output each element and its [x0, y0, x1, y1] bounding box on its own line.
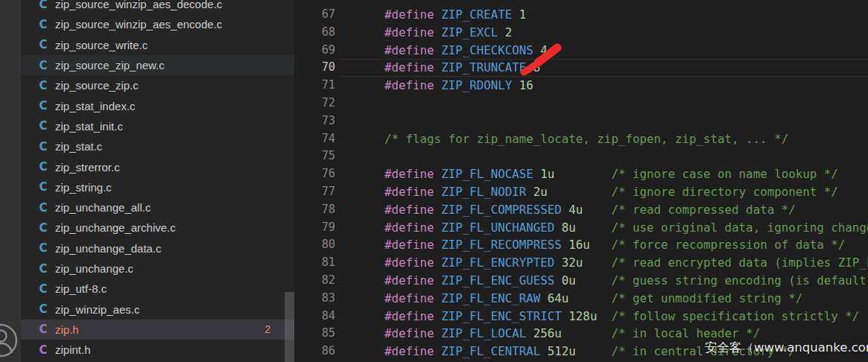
line-number: 83 [294, 290, 335, 308]
line-number: 79 [294, 219, 335, 237]
c-source-file-icon: C [37, 181, 49, 193]
code-line-77[interactable]: 77 #define ZIP_FL_NODIR 2u /* ignore dir… [294, 183, 868, 201]
c-source-file-icon: C [37, 202, 49, 214]
line-text [340, 112, 868, 130]
line-text: #define ZIP_RDONLY 16 [340, 77, 868, 95]
code-line-75[interactable]: 75 [294, 147, 868, 165]
file-tree-item-zip.h[interactable]: Czip.h2 [21, 320, 294, 340]
line-text: #define ZIP_CHECKCONS 4 [340, 42, 868, 60]
c-source-file-icon: C [37, 39, 49, 51]
c-source-file-icon: C [37, 303, 49, 315]
file-name-label: zip_source_zip_new.c [55, 59, 165, 72]
file-name-label: zip.h [55, 323, 79, 336]
accounts-icon[interactable] [0, 322, 19, 359]
line-text [340, 147, 868, 165]
file-name-label: zipint.h [55, 343, 91, 356]
file-tree-item-zip_utf-8.c[interactable]: Czip_utf-8.c [21, 279, 294, 299]
file-tree-item-zip_stat.c[interactable]: Czip_stat.c [21, 136, 294, 156]
line-text: #define ZIP_EXCL 2 [340, 24, 868, 42]
file-tree-item-zipint.h[interactable]: Czipint.h [21, 340, 294, 360]
file-tree-item-zip_source_winzip_aes_encode.c[interactable]: Czip_source_winzip_aes_encode.c [21, 14, 294, 34]
line-text: #define ZIP_FL_ENCRYPTED 32u /* read enc… [340, 254, 868, 272]
file-tree-item-zip_stat_index.c[interactable]: Czip_stat_index.c [21, 95, 294, 115]
code-line-73[interactable]: 73 [294, 112, 868, 130]
c-header-file-icon: C [37, 344, 49, 356]
file-tree-item-zip_strerror.c[interactable]: Czip_strerror.c [21, 156, 294, 177]
line-text: #define ZIP_FL_ENC_GUESS 0u /* guess str… [340, 272, 868, 290]
line-text: #define ZIP_FL_ENC_STRICT 128u /* follow… [340, 308, 868, 326]
file-tree-item-zip_string.c[interactable]: Czip_string.c [21, 177, 294, 197]
file-name-label: zip_source_zip.c [55, 79, 139, 92]
line-number: 74 [294, 130, 335, 148]
file-name-label: zip_winzip_aes.c [55, 303, 139, 316]
line-text: /* flags for zip_name_locate, zip_fopen,… [340, 130, 868, 148]
line-number: 76 [294, 165, 335, 183]
c-source-file-icon: C [37, 0, 49, 10]
code-line-80[interactable]: 80 #define ZIP_FL_RECOMPRESS 16u /* forc… [294, 236, 868, 254]
line-text [340, 0, 868, 6]
line-number: 86 [294, 343, 335, 361]
line-number: 85 [294, 325, 335, 343]
code-line-82[interactable]: 82 #define ZIP_FL_ENC_GUESS 0u /* guess … [294, 272, 868, 290]
file-tree-item-zip_unchange.c[interactable]: Czip_unchange.c [21, 258, 294, 279]
line-number: 68 [294, 24, 335, 42]
file-tree-item-zip_unchange_all.c[interactable]: Czip_unchange_all.c [21, 197, 294, 217]
line-text: #define ZIP_FL_ENC_RAW 64u /* get unmodi… [340, 290, 868, 308]
c-header-file-icon: C [37, 323, 49, 335]
file-name-label: zip_unchange_archive.c [55, 221, 176, 234]
code-line-78[interactable]: 78 #define ZIP_FL_COMPRESSED 4u /* read … [294, 201, 868, 219]
line-number: 77 [294, 183, 335, 201]
c-source-file-icon: C [37, 222, 49, 234]
file-tree-item-zip_winzip_aes.c[interactable]: Czip_winzip_aes.c [21, 299, 294, 319]
file-tree-item-zip_unchange_archive.c[interactable]: Czip_unchange_archive.c [21, 217, 294, 238]
file-tree-item-zip_source_write.c[interactable]: Czip_source_write.c [21, 35, 294, 55]
file-tree: Czip_source_winzip_aes_decode.cCzip_sour… [21, 0, 294, 360]
code-line-66[interactable]: 66 [294, 0, 868, 6]
file-name-label: zip_unchange_all.c [55, 201, 151, 214]
line-number: 84 [294, 308, 335, 326]
c-source-file-icon: C [37, 19, 49, 31]
file-tree-item-zip_source_zip_new.c[interactable]: Czip_source_zip_new.c [21, 55, 294, 75]
code-line-68[interactable]: 68 #define ZIP_EXCL 2 [294, 24, 868, 42]
code-line-67[interactable]: 67 #define ZIP_CREATE 1 [294, 6, 868, 24]
line-number: 82 [294, 272, 335, 290]
code-line-84[interactable]: 84 #define ZIP_FL_ENC_STRICT 128u /* fol… [294, 308, 868, 326]
activity-bar [0, 0, 21, 362]
code-line-79[interactable]: 79 #define ZIP_FL_UNCHANGED 8u /* use or… [294, 219, 868, 237]
line-text: #define ZIP_TRUNCATE 8 [340, 59, 868, 77]
c-source-file-icon: C [37, 120, 49, 132]
file-name-label: zip_source_winzip_aes_encode.c [55, 18, 222, 31]
vscode-window: Czip_source_winzip_aes_decode.cCzip_sour… [0, 0, 868, 362]
code-editor[interactable]: 6667 #define ZIP_CREATE 168 #define ZIP_… [294, 0, 868, 362]
line-number: 72 [294, 95, 335, 112]
code-line-70[interactable]: 70 #define ZIP_TRUNCATE 8 [294, 59, 868, 77]
file-tree-item-zip_unchange_data.c[interactable]: Czip_unchange_data.c [21, 238, 294, 258]
code-lines: 6667 #define ZIP_CREATE 168 #define ZIP_… [294, 0, 868, 361]
line-number: 71 [294, 77, 335, 95]
line-number: 78 [294, 201, 335, 219]
code-line-74[interactable]: 74 /* flags for zip_name_locate, zip_fop… [294, 130, 868, 148]
code-line-76[interactable]: 76 #define ZIP_FL_NOCASE 1u /* ignore ca… [294, 165, 868, 183]
line-text [340, 95, 868, 112]
code-line-83[interactable]: 83 #define ZIP_FL_ENC_RAW 64u /* get unm… [294, 290, 868, 308]
file-name-label: zip_string.c [55, 181, 112, 194]
file-tree-item-zip_source_winzip_aes_decode.c[interactable]: Czip_source_winzip_aes_decode.c [21, 0, 294, 14]
code-line-72[interactable]: 72 [294, 95, 868, 112]
line-text: #define ZIP_FL_RECOMPRESS 16u /* force r… [340, 236, 868, 254]
problems-count-badge: 2 [264, 323, 270, 335]
file-name-label: zip_utf-8.c [55, 282, 107, 295]
file-tree-item-zip_stat_init.c[interactable]: Czip_stat_init.c [21, 116, 294, 136]
code-line-81[interactable]: 81 #define ZIP_FL_ENCRYPTED 32u /* read … [294, 254, 868, 272]
code-line-71[interactable]: 71 #define ZIP_RDONLY 16 [294, 77, 868, 95]
file-name-label: zip_source_winzip_aes_decode.c [55, 0, 222, 10]
code-line-69[interactable]: 69 #define ZIP_CHECKCONS 4 [294, 42, 868, 60]
line-number: 70 [294, 59, 335, 77]
line-number: 73 [294, 112, 335, 130]
file-tree-item-zip_source_zip.c[interactable]: Czip_source_zip.c [21, 75, 294, 95]
line-number: 67 [294, 6, 335, 24]
line-number: 69 [294, 42, 335, 60]
line-number: 66 [294, 0, 335, 6]
line-number: 81 [294, 254, 335, 272]
sidebar-scrollbar-thumb[interactable] [285, 292, 294, 362]
line-text: #define ZIP_FL_COMPRESSED 4u /* read com… [340, 201, 868, 219]
